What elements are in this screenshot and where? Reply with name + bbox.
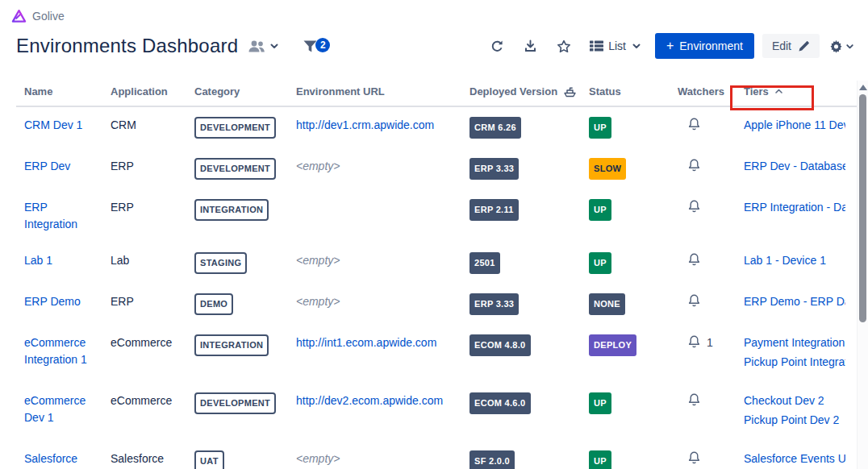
environment-name-link[interactable]: ERP Demo — [24, 293, 81, 310]
table-row: eCommerce Integration 1 eCommerce INTEGR… — [16, 325, 857, 383]
name-cell: eCommerce Dev 1 — [16, 392, 111, 431]
tier-link[interactable]: ERP Integration - Data. — [744, 199, 845, 216]
column-header-environment-url[interactable]: Environment URL — [296, 85, 469, 98]
category-badge: DEVELOPMENT — [194, 392, 276, 414]
scrollbar-thumb[interactable] — [859, 94, 866, 322]
refresh-icon — [490, 39, 504, 53]
empty-url-placeholder: <empty> — [296, 452, 340, 465]
watchers-cell: 1 — [678, 334, 744, 373]
status-badge: SLOW — [589, 158, 626, 180]
environment-name-link[interactable]: ERP Integration — [24, 199, 99, 233]
environment-name-link[interactable]: CRM Dev 1 — [24, 117, 82, 134]
settings-button[interactable] — [828, 36, 857, 56]
vertical-scrollbar[interactable] — [857, 81, 868, 469]
add-environment-button[interactable]: + Environment — [655, 33, 754, 59]
version-cell: ERP 3.33 — [469, 158, 589, 180]
application-cell: Lab — [111, 252, 194, 274]
status-cell: UP — [589, 252, 678, 274]
bell-icon[interactable] — [687, 293, 701, 308]
status-cell: SLOW — [589, 158, 678, 180]
tier-link[interactable]: Salesforce Events UAT — [744, 450, 845, 467]
name-cell: ERP Dev — [16, 158, 111, 180]
empty-url-placeholder: <empty> — [296, 254, 340, 267]
tier-link[interactable]: Pickup Point Integrati.. — [744, 354, 845, 371]
golive-logo-icon — [11, 9, 27, 23]
bell-icon[interactable] — [687, 252, 701, 267]
column-header-tiers[interactable]: Tiers — [744, 85, 857, 98]
version-cell: ECOM 4.6.0 — [469, 392, 589, 431]
status-badge: NONE — [589, 293, 625, 315]
page-title: Environments Dashboard — [16, 35, 238, 57]
column-header-name[interactable]: Name — [16, 85, 111, 98]
table-header-row: Name Application Category Environment UR… — [16, 85, 857, 107]
favorite-button[interactable] — [551, 35, 577, 57]
bell-icon[interactable] — [687, 392, 701, 407]
deployed-version-badge: ECOM 4.6.0 — [469, 392, 531, 414]
tier-link[interactable]: Payment Integration 1 — [744, 334, 845, 351]
bell-icon[interactable] — [687, 450, 701, 465]
environment-name-link[interactable]: eCommerce Integration 1 — [24, 334, 99, 368]
status-cell: UP — [589, 199, 678, 233]
deployed-version-badge: SF 2.0.0 — [469, 450, 515, 469]
ship-icon — [563, 86, 577, 98]
environment-url-link[interactable]: http://dev2.ecom.apwide.com — [296, 392, 443, 409]
tiers-cell: ERP Dev - Database — [744, 158, 857, 180]
name-cell: ERP Demo — [16, 293, 111, 315]
name-cell: Lab 1 — [16, 252, 111, 274]
column-header-category[interactable]: Category — [194, 85, 296, 98]
status-cell: UP — [589, 117, 678, 139]
tiers-cell: Apple iPhone 11 Deve. — [744, 117, 857, 139]
category-cell: DEVELOPMENT — [194, 392, 296, 431]
environment-name-link[interactable]: Lab 1 — [24, 252, 52, 269]
column-header-status[interactable]: Status — [589, 85, 678, 98]
tier-link[interactable]: Lab 1 - Device 1 — [744, 252, 845, 269]
category-badge: STAGING — [194, 252, 247, 274]
empty-url-placeholder: <empty> — [296, 295, 340, 308]
filter-button[interactable]: 2 — [303, 39, 330, 53]
column-header-watchers[interactable]: Watchers — [678, 85, 744, 98]
url-cell: <empty> — [296, 252, 469, 274]
url-cell — [296, 199, 469, 233]
tier-link[interactable]: Checkout Dev 2 — [744, 392, 845, 409]
status-badge: UP — [589, 199, 611, 221]
bell-icon[interactable] — [687, 199, 701, 214]
shared-users-icon[interactable] — [248, 39, 265, 53]
tier-link[interactable]: ERP Dev - Database — [744, 158, 845, 175]
column-header-deployed-version[interactable]: Deployed Version — [469, 85, 589, 98]
url-cell: <empty> — [296, 158, 469, 180]
chevron-down-icon[interactable] — [269, 40, 280, 52]
bell-icon[interactable] — [687, 334, 701, 349]
environment-name-link[interactable]: eCommerce Dev 1 — [24, 392, 99, 426]
category-badge: DEVELOPMENT — [194, 158, 276, 180]
application-cell: CRM — [111, 117, 194, 139]
view-switcher[interactable]: List — [585, 35, 647, 56]
edit-button[interactable]: Edit — [762, 34, 820, 58]
category-cell: DEVELOPMENT — [194, 117, 296, 139]
scroll-up-arrow-icon[interactable] — [859, 85, 867, 90]
column-header-application[interactable]: Application — [111, 85, 194, 98]
empty-url-placeholder: <empty> — [296, 160, 340, 172]
version-cell: ECOM 4.8.0 — [469, 334, 589, 373]
category-badge: INTEGRATION — [194, 199, 269, 221]
status-badge: UP — [589, 450, 611, 469]
version-cell: ERP 2.11 — [469, 199, 589, 233]
watchers-cell — [678, 158, 744, 180]
bell-icon[interactable] — [687, 117, 701, 131]
environment-url-link[interactable]: http://int1.ecom.apwide.com — [296, 334, 436, 351]
tier-link[interactable]: Apple iPhone 11 Deve. — [744, 117, 845, 134]
refresh-button[interactable] — [485, 35, 510, 57]
category-cell: STAGING — [194, 252, 296, 274]
tier-link[interactable]: Pickup Point Dev 2 — [744, 412, 845, 429]
export-button[interactable] — [518, 35, 543, 57]
application-cell: ERP — [111, 158, 194, 180]
bell-icon[interactable] — [687, 158, 701, 172]
environment-url-link[interactable]: http://dev1.crm.apwide.com — [296, 117, 434, 134]
deployed-version-badge: ERP 3.33 — [469, 158, 519, 180]
environment-name-link[interactable]: Salesforce — [24, 450, 77, 467]
deployed-version-badge: ECOM 4.8.0 — [469, 334, 531, 356]
tiers-cell: Lab 1 - Device 1 — [744, 252, 857, 274]
tier-link[interactable]: ERP Demo - ERP Data.. — [744, 293, 845, 310]
environment-name-link[interactable]: ERP Dev — [24, 158, 70, 175]
watchers-cell — [678, 199, 744, 233]
application-cell: Salesforce — [111, 450, 194, 469]
